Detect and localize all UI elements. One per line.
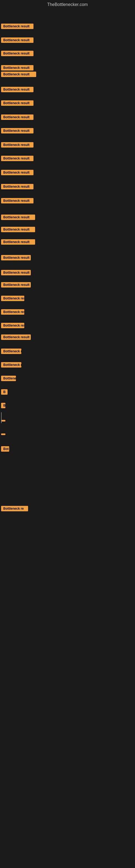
result-row-11: Bottleneck result bbox=[1, 156, 34, 162]
result-row-7: Bottleneck result bbox=[1, 100, 34, 107]
bottleneck-badge-32[interactable]: Bot bbox=[1, 446, 9, 452]
result-row-25: Bottleneck result bbox=[1, 348, 21, 355]
bottleneck-badge-19[interactable]: Bottleneck result bbox=[1, 270, 31, 275]
result-row-30 bbox=[1, 418, 5, 423]
result-row-8: Bottleneck result bbox=[1, 115, 34, 121]
bottleneck-badge-28[interactable]: B bbox=[1, 389, 8, 395]
bottleneck-badge-12[interactable]: Bottleneck result bbox=[1, 170, 34, 175]
bottleneck-badge-9[interactable]: Bottleneck result bbox=[1, 128, 34, 133]
result-row-22: Bottleneck result bbox=[1, 309, 24, 316]
bottleneck-badge-10[interactable]: Bottleneck result bbox=[1, 142, 34, 148]
vertical-line bbox=[1, 412, 2, 423]
result-row-15: Bottleneck result bbox=[1, 215, 35, 221]
bottleneck-badge-24[interactable]: Bottleneck result bbox=[1, 335, 31, 340]
bottleneck-badge-4[interactable]: Bottleneck result bbox=[1, 65, 34, 70]
bottleneck-badge-15[interactable]: Bottleneck result bbox=[1, 215, 35, 220]
bottleneck-badge-16[interactable]: Bottleneck result bbox=[1, 227, 35, 232]
result-row-19: Bottleneck result bbox=[1, 270, 31, 276]
result-row-4: Bottleneck result bbox=[1, 65, 34, 72]
result-row-10: Bottleneck result bbox=[1, 142, 34, 149]
result-row-28: B bbox=[1, 389, 8, 396]
result-row-17: Bottleneck result bbox=[1, 239, 35, 246]
result-row-23: Bottleneck result bbox=[1, 323, 24, 329]
result-row-21: Bottleneck result bbox=[1, 296, 24, 302]
bottleneck-badge-6[interactable]: Bottleneck result bbox=[1, 87, 34, 92]
result-row-26: Bottleneck result bbox=[1, 362, 21, 369]
site-title: TheBottlenecker.com bbox=[0, 0, 135, 8]
bottleneck-badge-31[interactable] bbox=[1, 433, 5, 435]
bottleneck-badge-5[interactable]: Bottleneck result bbox=[1, 72, 36, 77]
bottleneck-badge-1[interactable]: Bottleneck result bbox=[1, 24, 34, 29]
bottleneck-badge-3[interactable]: Bottleneck result bbox=[1, 51, 34, 56]
bottleneck-badge-27[interactable]: Bottleneck result bbox=[1, 376, 16, 381]
bottleneck-badge-21[interactable]: Bottleneck result bbox=[1, 296, 24, 301]
bottleneck-badge-20[interactable]: Bottleneck result bbox=[1, 282, 31, 287]
result-row-12: Bottleneck result bbox=[1, 170, 34, 176]
bottleneck-badge-26[interactable]: Bottleneck result bbox=[1, 362, 21, 368]
bottleneck-badge-36[interactable]: Bottleneck re bbox=[1, 506, 28, 511]
bottleneck-badge-23[interactable]: Bottleneck result bbox=[1, 323, 24, 328]
result-row-13: Bottleneck result bbox=[1, 184, 34, 190]
result-row-32: Bot bbox=[1, 446, 9, 453]
bottleneck-badge-25[interactable]: Bottleneck result bbox=[1, 348, 21, 354]
result-row-2: Bottleneck result bbox=[1, 37, 34, 44]
bottleneck-badge-14[interactable]: Bottleneck result bbox=[1, 198, 34, 204]
bottleneck-badge-13[interactable]: Bottleneck result bbox=[1, 184, 34, 189]
result-row-29: B bbox=[1, 403, 5, 409]
bottleneck-badge-29[interactable]: B bbox=[1, 403, 5, 408]
result-row-36: Bottleneck re bbox=[1, 506, 28, 513]
bottleneck-badge-18[interactable]: Bottleneck result bbox=[1, 255, 31, 260]
result-row-27: Bottleneck result bbox=[1, 376, 16, 382]
result-row-14: Bottleneck result bbox=[1, 198, 34, 205]
result-row-1: Bottleneck result bbox=[1, 24, 34, 30]
result-row-20: Bottleneck result bbox=[1, 282, 31, 289]
bottleneck-badge-2[interactable]: Bottleneck result bbox=[1, 37, 34, 43]
bottleneck-badge-30[interactable] bbox=[1, 420, 5, 422]
bottleneck-badge-8[interactable]: Bottleneck result bbox=[1, 115, 34, 120]
result-row-6: Bottleneck result bbox=[1, 87, 34, 93]
bottleneck-badge-7[interactable]: Bottleneck result bbox=[1, 100, 34, 106]
result-row-18: Bottleneck result bbox=[1, 255, 31, 261]
result-row-24: Bottleneck result bbox=[1, 335, 31, 341]
result-row-9: Bottleneck result bbox=[1, 128, 34, 134]
bottleneck-badge-22[interactable]: Bottleneck result bbox=[1, 309, 24, 315]
bottleneck-badge-17[interactable]: Bottleneck result bbox=[1, 239, 35, 245]
result-row-16: Bottleneck result bbox=[1, 227, 35, 233]
result-row-31 bbox=[1, 431, 5, 436]
bottleneck-badge-11[interactable]: Bottleneck result bbox=[1, 156, 34, 161]
result-row-5: Bottleneck result bbox=[1, 72, 36, 78]
result-row-3: Bottleneck result bbox=[1, 51, 34, 57]
